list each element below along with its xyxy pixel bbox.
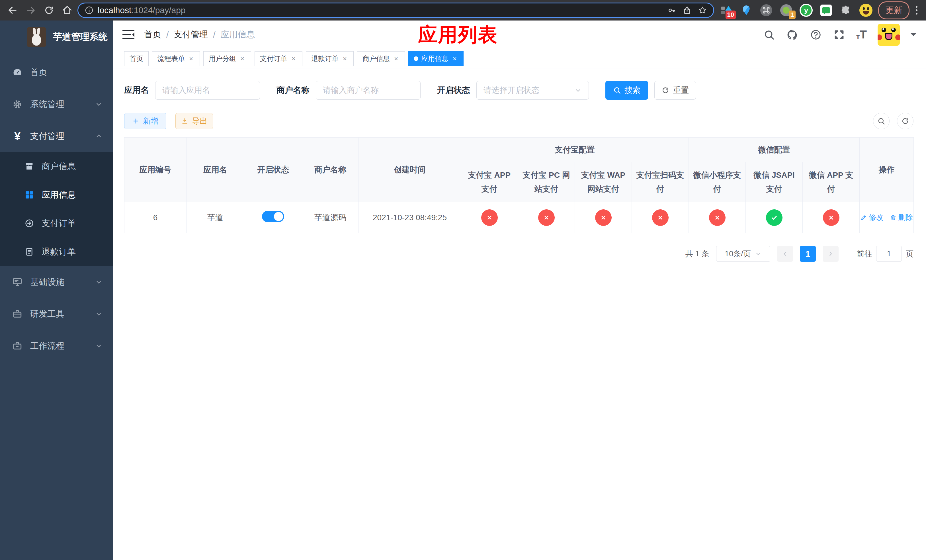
ext-devtools-icon[interactable]: 10 — [720, 4, 733, 17]
sidebar-item-pay-order[interactable]: 支付订单 — [0, 209, 113, 238]
yen-icon — [12, 131, 23, 142]
tab-close-icon[interactable] — [341, 55, 348, 62]
export-button[interactable]: 导出 — [176, 113, 213, 129]
chrome-menu-icon[interactable] — [912, 5, 921, 16]
toggle-search-button[interactable] — [873, 113, 890, 129]
breadcrumb-home[interactable]: 首页 — [144, 29, 161, 41]
font-size-icon[interactable]: тT — [856, 28, 867, 41]
briefcase-icon — [12, 341, 23, 351]
refresh-table-button[interactable] — [897, 113, 914, 129]
sidebar-item-merchant-info[interactable]: 商户信息 — [0, 152, 113, 180]
tab-close-icon[interactable] — [393, 55, 399, 62]
search-icon — [613, 86, 621, 94]
back-icon — [8, 5, 18, 15]
tab-pay-order[interactable]: 支付订单 — [254, 51, 303, 66]
add-button-label: 新增 — [143, 116, 158, 126]
help-icon[interactable] — [809, 29, 822, 41]
browser-back-button[interactable] — [5, 2, 21, 18]
chevron-down-icon — [755, 250, 762, 257]
chrome-update-button[interactable]: 更新 — [878, 2, 909, 20]
hamburger-icon[interactable] — [123, 30, 135, 40]
dashboard-icon — [12, 67, 23, 78]
sidebar-item-system[interactable]: 系统管理 — [0, 88, 113, 120]
search-button[interactable]: 搜索 — [605, 81, 648, 100]
ext-y-icon[interactable]: y — [800, 4, 813, 17]
sidebar-item-payment[interactable]: 支付管理 — [0, 120, 113, 152]
bookmark-star-icon[interactable] — [698, 6, 707, 15]
breadcrumb-payment[interactable]: 支付管理 — [174, 29, 208, 41]
col-alipay-wap: 支付宝 WAP 网站支付 — [575, 162, 632, 202]
app-name-input[interactable] — [155, 81, 260, 100]
tab-process-form[interactable]: 流程表单 — [152, 51, 200, 66]
delete-link[interactable]: 删除 — [890, 212, 913, 222]
tab-label: 商户信息 — [363, 54, 390, 63]
status-fail-icon — [595, 209, 612, 226]
ext-chat-icon[interactable] — [820, 4, 832, 17]
app-name-label: 应用名 — [124, 85, 149, 96]
tab-user-group[interactable]: 用户分组 — [203, 51, 251, 66]
pagination: 共 1 条 10条/页 1 前往 页 — [124, 246, 914, 262]
tab-close-icon[interactable] — [451, 55, 458, 62]
sidebar-item-workflow[interactable]: 工作流程 — [0, 330, 113, 362]
page-content: 应用名 商户名称 开启状态 请选择开启状态 — [113, 68, 926, 560]
fullscreen-icon[interactable] — [833, 29, 846, 41]
goto-page-input[interactable] — [876, 246, 902, 262]
cell-wechat-jsapi — [746, 202, 803, 233]
chevron-down-icon — [95, 342, 103, 350]
status-toggle[interactable] — [262, 211, 284, 222]
status-fail-icon — [709, 209, 726, 226]
status-select[interactable]: 请选择开启状态 — [477, 81, 589, 100]
add-button[interactable]: 新增 — [124, 113, 166, 129]
url-text[interactable]: localhost:1024/pay/app — [98, 5, 661, 15]
address-bar[interactable]: localhost:1024/pay/app — [77, 3, 714, 18]
ext-recorder-icon[interactable]: 1 — [780, 4, 793, 17]
sidebar-item-devtools[interactable]: 研发工具 — [0, 298, 113, 330]
user-avatar[interactable] — [878, 24, 900, 46]
refresh-icon — [901, 117, 909, 125]
browser-reload-button[interactable] — [41, 2, 57, 18]
chevron-down-icon — [95, 278, 103, 286]
sidebar-item-refund-order[interactable]: 退款订单 — [0, 238, 113, 266]
next-page-button[interactable] — [823, 246, 838, 262]
update-label: 更新 — [885, 5, 902, 15]
tab-label: 支付订单 — [260, 54, 287, 63]
sidebar-item-app-info[interactable]: 应用信息 — [0, 180, 113, 209]
tab-merchant-info[interactable]: 商户信息 — [357, 51, 405, 66]
tab-close-icon[interactable] — [239, 55, 246, 62]
merchant-name-input[interactable] — [316, 81, 421, 100]
browser-home-button[interactable] — [59, 2, 75, 18]
tab-close-icon[interactable] — [290, 55, 297, 62]
user-caret-down-icon[interactable] — [911, 33, 916, 39]
tab-home[interactable]: 首页 — [124, 51, 149, 66]
active-tab-dot — [414, 56, 418, 61]
ext-emoji-icon[interactable] — [859, 4, 873, 17]
prev-page-button[interactable] — [777, 246, 793, 262]
page-size-select[interactable]: 10条/页 — [716, 246, 770, 262]
extensions-puzzle-icon[interactable] — [840, 4, 853, 17]
page-number: 1 — [805, 249, 810, 259]
site-info-icon[interactable] — [85, 6, 94, 15]
browser-forward-button[interactable] — [23, 2, 39, 18]
edit-link[interactable]: 修改 — [860, 212, 884, 222]
password-key-icon[interactable] — [667, 6, 676, 15]
tab-label: 用户分组 — [209, 54, 236, 63]
tab-close-icon[interactable] — [188, 55, 195, 62]
ext-pin-icon[interactable] — [740, 4, 753, 17]
top-navbar: 首页 / 支付管理 / 应用信息 应用列表 — [113, 21, 926, 49]
sidebar-logo[interactable]: 芋道管理系统 — [0, 21, 113, 53]
search-icon[interactable] — [763, 29, 775, 41]
share-icon[interactable] — [682, 6, 691, 15]
cell-merchant: 芋道源码 — [302, 202, 359, 233]
page-number-button[interactable]: 1 — [800, 246, 816, 262]
tab-app-info[interactable]: 应用信息 — [409, 51, 464, 66]
col-alipay-qr: 支付宝扫码支付 — [632, 162, 689, 202]
reset-button[interactable]: 重置 — [654, 81, 696, 100]
chevron-right-icon — [827, 250, 834, 257]
tab-refund-order[interactable]: 退款订单 — [306, 51, 354, 66]
ext-command-icon[interactable] — [760, 4, 773, 17]
sidebar-item-home[interactable]: 首页 — [0, 56, 113, 88]
github-icon[interactable] — [786, 29, 799, 41]
sidebar-item-infra[interactable]: 基础设施 — [0, 266, 113, 298]
cell-wechat-mini — [689, 202, 746, 233]
cell-alipay-qr — [632, 202, 689, 233]
